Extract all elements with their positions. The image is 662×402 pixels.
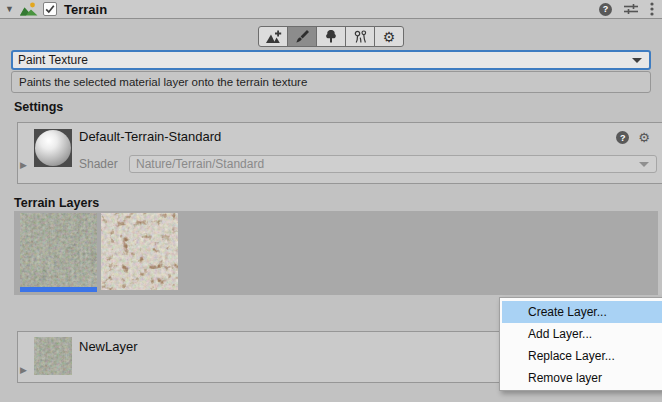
gear-icon: ⚙ [383, 30, 396, 44]
paint-tool-dropdown-value: Paint Texture [18, 53, 88, 67]
material-sphere [35, 130, 71, 166]
material-help-icon[interactable]: ? [616, 131, 629, 144]
paintbrush-icon [295, 29, 310, 44]
presets-icon[interactable] [624, 3, 638, 15]
component-header: ▼ Terrain ? [0, 0, 662, 19]
shader-label: Shader [79, 157, 118, 171]
terrain-icon [20, 2, 38, 17]
chevron-down-icon [639, 162, 649, 167]
layer-context-menu: Create Layer... Add Layer... Replace Lay… [499, 297, 662, 391]
help-glyph: ? [603, 4, 609, 14]
menu-item-create-layer[interactable]: Create Layer... [502, 301, 662, 323]
checkmark-icon [44, 3, 56, 15]
terrain-toolbar: ⚙ [258, 26, 404, 47]
details-grass-icon [353, 29, 368, 44]
terrain-settings-button[interactable]: ⚙ [374, 26, 404, 47]
tool-description-text: Paints the selected material layer onto … [19, 76, 307, 88]
terrain-layer-grass[interactable] [20, 213, 97, 292]
component-title: Terrain [64, 2, 107, 17]
new-layer-name: NewLayer [79, 339, 138, 354]
chevron-down-icon [632, 58, 642, 63]
paint-terrain-button[interactable] [287, 26, 317, 47]
shader-dropdown: Nature/Terrain/Standard [129, 155, 657, 173]
paint-tool-dropdown[interactable]: Paint Texture [11, 50, 651, 70]
gravel-texture-thumbnail [101, 213, 178, 290]
grass-texture-thumbnail [20, 213, 97, 287]
layer-foldout-icon[interactable]: ▶ [20, 365, 27, 375]
material-name: Default-Terrain-Standard [79, 129, 221, 144]
help-glyph: ? [620, 133, 626, 143]
new-layer-thumbnail[interactable] [34, 337, 72, 375]
menu-item-remove-layer[interactable]: Remove layer [502, 367, 662, 389]
component-enabled-checkbox[interactable] [43, 2, 57, 16]
material-editor-box: ▶ Default-Terrain-Standard ? ⚙ Shader Na… [17, 122, 662, 184]
shader-dropdown-value: Nature/Terrain/Standard [136, 157, 264, 171]
create-neighbor-terrains-button[interactable] [258, 26, 288, 47]
menu-item-replace-layer[interactable]: Replace Layer... [502, 345, 662, 367]
tree-icon [324, 29, 338, 44]
tool-description-box: Paints the selected material layer onto … [11, 71, 651, 93]
terrain-layers-label: Terrain Layers [14, 196, 99, 210]
foldout-open-icon[interactable]: ▼ [5, 4, 20, 14]
settings-label: Settings [14, 100, 63, 114]
paint-details-button[interactable] [345, 26, 375, 47]
paint-trees-button[interactable] [316, 26, 346, 47]
material-gear-icon[interactable]: ⚙ [638, 131, 650, 144]
more-menu-icon[interactable] [650, 2, 654, 16]
selected-layer-indicator [20, 287, 97, 292]
terrain-inspector: ▼ Terrain ? [0, 0, 662, 402]
material-preview[interactable] [34, 129, 72, 167]
material-foldout-icon[interactable]: ▶ [20, 160, 27, 170]
terrain-layer-gravel[interactable] [101, 213, 178, 290]
menu-item-add-layer[interactable]: Add Layer... [502, 323, 662, 345]
terrain-layers-palette [14, 211, 658, 295]
help-icon[interactable]: ? [599, 3, 612, 16]
mountain-plus-icon [265, 30, 282, 44]
